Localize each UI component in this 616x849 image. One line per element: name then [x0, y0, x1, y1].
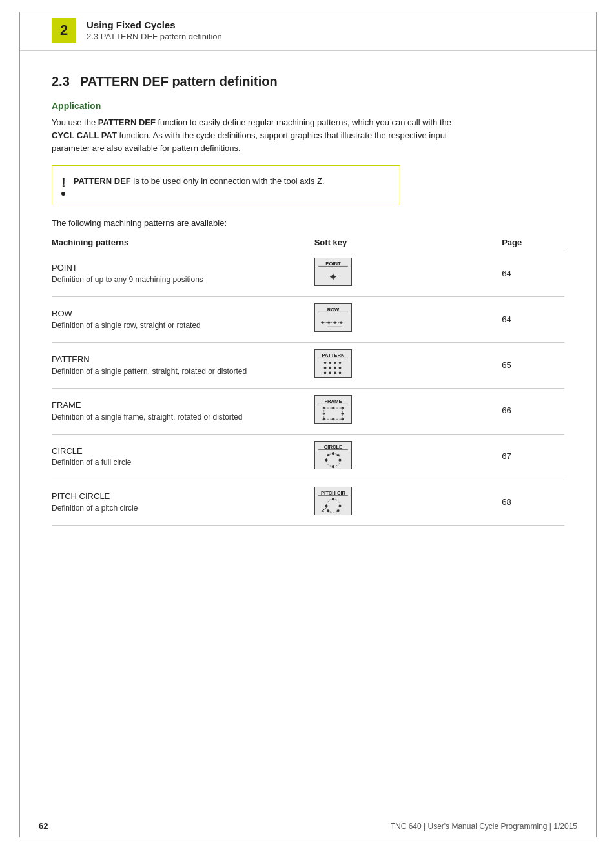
page-cell: 64 [502, 297, 564, 343]
chapter-number: 2 [52, 18, 76, 43]
softkey-cell: ROW [314, 297, 502, 343]
pattern-cell: ROWDefinition of a single row, straight … [52, 297, 314, 343]
svg-point-20 [329, 362, 331, 364]
svg-point-58 [332, 498, 334, 500]
softkey-cell: FRAME [314, 388, 502, 434]
header-text: Using Fixed Cycles 2.3 PATTERN DEF patte… [87, 18, 222, 43]
table-row: PATTERNDefinition of a single pattern, s… [52, 343, 564, 389]
svg-point-21 [334, 362, 336, 364]
svg-point-29 [334, 372, 336, 374]
footer-info: TNC 640 | User's Manual Cycle Programmin… [391, 822, 577, 831]
pattern-description: Definition of a single row, straight or … [52, 320, 309, 331]
pattern-cell: CIRCLEDefinition of a full circle [52, 434, 314, 480]
warning-icon: ! [61, 176, 66, 196]
pattern-description: Definition of up to any 9 machining posi… [52, 274, 309, 285]
svg-text:CIRCLE: CIRCLE [323, 444, 342, 449]
col-header-softkey: Soft key [314, 234, 502, 251]
page-footer: 62 TNC 640 | User's Manual Cycle Program… [39, 821, 577, 831]
svg-point-60 [336, 509, 339, 512]
pattern-cell: POINTDefinition of up to any 9 machining… [52, 251, 314, 297]
svg-text:POINT: POINT [325, 261, 341, 267]
page-number: 62 [39, 821, 48, 831]
softkey-cell: CIRCLE [314, 434, 502, 480]
softkey-cell: POINT [314, 251, 502, 297]
pattern-name: ROW [52, 308, 309, 320]
softkey-cell: PITCH CIR [314, 480, 502, 526]
svg-text:PATTERN: PATTERN [322, 353, 344, 358]
svg-point-25 [334, 367, 336, 369]
exclamation-mark: ! [61, 176, 66, 189]
page-cell: 68 [502, 480, 564, 526]
page-cell: 67 [502, 434, 564, 480]
pattern-name: PITCH CIRCLE [52, 491, 309, 503]
svg-text:FRAME: FRAME [324, 398, 342, 404]
svg-point-26 [338, 367, 341, 369]
svg-point-28 [329, 372, 331, 374]
table-row: PITCH CIRCLEDefinition of a pitch circle… [52, 480, 564, 526]
svg-text:ROW: ROW [327, 307, 339, 312]
section-title: 2.3 PATTERN DEF pattern definition [52, 74, 564, 89]
col-header-page: Page [502, 234, 564, 251]
section-heading: PATTERN DEF pattern definition [80, 74, 278, 89]
pattern-cell: PITCH CIRCLEDefinition of a pitch circle [52, 480, 314, 526]
pattern-cell: FRAMEDefinition of a single frame, strai… [52, 388, 314, 434]
main-content: 2.3 PATTERN DEF pattern definition Appli… [0, 51, 616, 564]
warning-dot [61, 192, 65, 196]
svg-point-19 [323, 362, 326, 364]
svg-point-50 [332, 465, 334, 468]
pattern-name: PATTERN [52, 354, 309, 366]
svg-point-57 [338, 504, 341, 507]
application-heading: Application [52, 101, 564, 111]
svg-point-49 [325, 458, 327, 461]
svg-point-27 [323, 372, 326, 374]
pattern-name: FRAME [52, 400, 309, 412]
header-section-ref: 2.3 PATTERN DEF pattern definition [87, 32, 222, 41]
svg-point-61 [327, 509, 329, 512]
application-paragraph: You use the PATTERN DEF function to easi… [52, 116, 452, 155]
pattern-description: Definition of a full circle [52, 457, 309, 468]
softkey-image: FRAME [314, 395, 352, 424]
svg-text:PITCH CIR: PITCH CIR [321, 489, 346, 495]
svg-point-52 [327, 454, 329, 456]
softkey-cell: PATTERN [314, 343, 502, 389]
page-cell: 64 [502, 251, 564, 297]
section-number: 2.3 [52, 74, 70, 89]
pattern-cell: PATTERNDefinition of a single pattern, s… [52, 343, 314, 389]
page-header: 2 Using Fixed Cycles 2.3 PATTERN DEF pat… [19, 0, 597, 51]
page-cell: 65 [502, 343, 564, 389]
svg-point-48 [332, 452, 334, 455]
svg-point-59 [325, 504, 327, 507]
warning-text: PATTERN DEF is to be used only in connec… [74, 175, 325, 188]
svg-point-51 [336, 454, 339, 456]
softkey-image: ROW [314, 303, 352, 332]
machining-patterns-table: Machining patterns Soft key Page POINTDe… [52, 234, 564, 526]
page-cell: 66 [502, 388, 564, 434]
pattern-description: Definition of a pitch circle [52, 503, 309, 514]
svg-point-22 [338, 362, 341, 364]
col-header-pattern: Machining patterns [52, 234, 314, 251]
chapter-title: Using Fixed Cycles [87, 19, 222, 30]
pattern-description: Definition of a single pattern, straight… [52, 366, 309, 377]
softkey-image: PITCH CIR [314, 487, 352, 515]
warning-box: ! PATTERN DEF is to be used only in conn… [52, 165, 400, 205]
softkey-image: CIRCLE [314, 441, 352, 469]
svg-point-47 [338, 458, 341, 461]
svg-point-30 [338, 372, 341, 374]
pattern-description: Definition of a single frame, straight, … [52, 412, 309, 423]
table-row: CIRCLEDefinition of a full circle CIRCLE… [52, 434, 564, 480]
svg-point-24 [329, 367, 331, 369]
table-row: FRAMEDefinition of a single frame, strai… [52, 388, 564, 434]
table-row: POINTDefinition of up to any 9 machining… [52, 251, 564, 297]
pattern-name: POINT [52, 262, 309, 274]
softkey-image: POINT [314, 258, 352, 286]
following-text: The following machining patterns are ava… [52, 218, 564, 228]
table-row: ROWDefinition of a single row, straight … [52, 297, 564, 343]
svg-point-23 [323, 367, 326, 369]
softkey-image: PATTERN [314, 349, 352, 378]
pattern-name: CIRCLE [52, 445, 309, 458]
